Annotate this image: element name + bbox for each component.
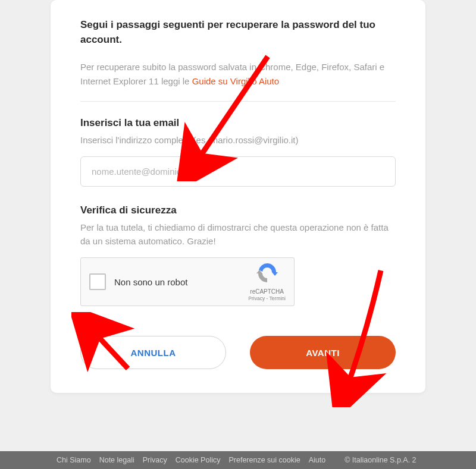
footer-link[interactable]: Chi Siamo [57, 456, 91, 464]
recaptcha-icon [255, 262, 279, 284]
cancel-button[interactable]: ANNULLA [80, 336, 226, 369]
next-button[interactable]: AVANTI [250, 336, 396, 369]
footer-link[interactable]: Cookie Policy [176, 456, 221, 464]
recaptcha-brand: reCAPTCHA [248, 288, 286, 295]
email-input[interactable] [80, 156, 396, 187]
recaptcha-label: Non sono un robot [114, 277, 248, 287]
email-section-title: Inserisci la tua email [80, 117, 396, 129]
button-row: ANNULLA AVANTI [80, 336, 396, 369]
email-section-desc: Inserisci l'indirizzo completo (es. mari… [80, 134, 396, 147]
browser-hint-text: Per recuperare subito la password salvat… [80, 60, 396, 88]
card-heading: Segui i passaggi seguenti per recuperare… [80, 18, 396, 47]
password-recovery-card: Segui i passaggi seguenti per recuperare… [51, 0, 425, 393]
recaptcha-widget: Non sono un robot reCAPTCHA Privacy - Te… [80, 257, 295, 306]
footer-copyright: © Italiaonline S.p.A. 2 [345, 456, 416, 464]
security-section-title: Verifica di sicurezza [80, 204, 396, 216]
page-footer: Chi Siamo Note legali Privacy Cookie Pol… [0, 451, 476, 469]
footer-link[interactable]: Preferenze sui cookie [228, 456, 300, 464]
recaptcha-badge: reCAPTCHA Privacy - Termini [248, 262, 286, 302]
recaptcha-privacy-links[interactable]: Privacy - Termini [248, 295, 286, 302]
guide-link[interactable]: Guide su Virgilio Aiuto [192, 76, 279, 86]
divider [80, 101, 396, 102]
recaptcha-checkbox[interactable] [89, 273, 106, 290]
footer-link[interactable]: Note legali [99, 456, 134, 464]
footer-link[interactable]: Aiuto [309, 456, 326, 464]
footer-link[interactable]: Privacy [143, 456, 167, 464]
security-section-desc: Per la tua tutela, ti chiediamo di dimos… [80, 221, 396, 248]
